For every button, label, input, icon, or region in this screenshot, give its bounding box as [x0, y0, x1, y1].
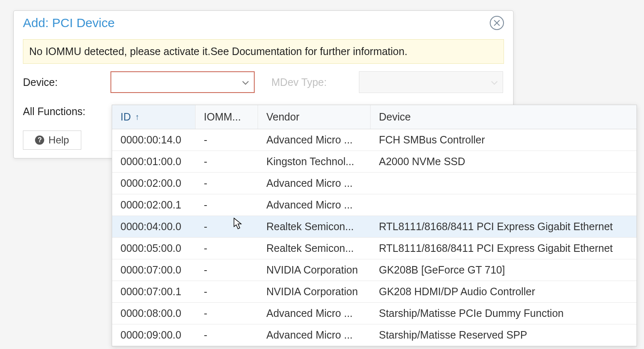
close-button[interactable] — [490, 16, 504, 30]
device-option[interactable]: 0000:07:00.0-NVIDIA CorporationGK208B [G… — [112, 259, 636, 281]
mdev-type-label: MDev Type: — [271, 76, 359, 88]
cell-device — [371, 201, 636, 210]
cell-vendor: Advanced Micro ... — [258, 303, 371, 324]
cell-id: 0000:04:00.0 — [112, 216, 195, 237]
cell-device: A2000 NVMe SSD — [371, 151, 636, 172]
device-option[interactable]: 0000:07:00.1-NVIDIA CorporationGK208 HDM… — [112, 281, 636, 303]
cell-iommu: - — [195, 194, 258, 216]
cell-iommu: - — [195, 216, 258, 237]
device-option[interactable]: 0000:02:00.1-Advanced Micro ... — [112, 194, 636, 216]
cell-id: 0000:08:00.0 — [112, 303, 195, 324]
device-label: Device: — [23, 76, 110, 88]
mdev-group: MDev Type: — [271, 71, 503, 93]
column-header-device[interactable]: Device — [371, 105, 636, 129]
device-option[interactable]: 0000:08:00.0-Advanced Micro ...Starship/… — [112, 303, 636, 324]
cell-id: 0000:07:00.1 — [112, 281, 195, 302]
cell-device: Starship/Matisse PCIe Dummy Function — [371, 303, 636, 324]
cell-vendor: Advanced Micro ... — [258, 194, 371, 216]
dialog-title: Add: PCI Device — [23, 16, 115, 30]
iommu-warning: No IOMMU detected, please activate it.Se… — [23, 39, 504, 64]
column-header-id[interactable]: ID ↑ — [112, 105, 195, 129]
device-combo[interactable] — [110, 71, 255, 93]
cell-vendor: Advanced Micro ... — [258, 173, 371, 194]
device-dropdown[interactable]: ID ↑ IOMM... Vendor Device 0000:00:14.0-… — [112, 105, 637, 346]
cell-vendor: Realtek Semicon... — [258, 238, 371, 259]
cell-id: 0000:05:00.0 — [112, 238, 195, 259]
cell-vendor: Advanced Micro ... — [258, 129, 371, 151]
cell-device — [371, 179, 636, 188]
column-header-vendor[interactable]: Vendor — [258, 105, 371, 129]
cell-iommu: - — [195, 173, 258, 194]
device-option[interactable]: 0000:09:00.0-Advanced Micro ...Starship/… — [112, 324, 636, 346]
cell-device: GK208 HDMI/DP Audio Controller — [371, 281, 636, 302]
close-icon — [494, 20, 500, 26]
device-option[interactable]: 0000:01:00.0-Kingston Technol...A2000 NV… — [112, 151, 636, 173]
cell-vendor: Advanced Micro ... — [258, 324, 371, 346]
cell-iommu: - — [195, 151, 258, 172]
cell-vendor: Kingston Technol... — [258, 151, 371, 172]
cell-iommu: - — [195, 303, 258, 324]
device-option[interactable]: 0000:02:00.0-Advanced Micro ... — [112, 173, 636, 194]
device-option[interactable]: 0000:04:00.0-Realtek Semicon...RTL8111/8… — [112, 216, 636, 238]
dropdown-header: ID ↑ IOMM... Vendor Device — [112, 105, 636, 129]
cell-iommu: - — [195, 238, 258, 259]
dialog-header: Add: PCI Device — [14, 11, 513, 39]
cell-iommu: - — [195, 259, 258, 281]
cell-device: RTL8111/8168/8411 PCI Express Gigabit Et… — [371, 238, 636, 259]
device-option[interactable]: 0000:00:14.0-Advanced Micro ...FCH SMBus… — [112, 129, 636, 151]
dropdown-body: 0000:00:14.0-Advanced Micro ...FCH SMBus… — [112, 129, 636, 346]
cell-id: 0000:00:14.0 — [112, 129, 195, 151]
cell-id: 0000:02:00.1 — [112, 194, 195, 216]
device-row: Device: MDev Type: — [23, 71, 504, 93]
column-header-iommu[interactable]: IOMM... — [195, 105, 258, 129]
cell-iommu: - — [195, 129, 258, 151]
cell-device: GK208B [GeForce GT 710] — [371, 259, 636, 281]
help-icon: ? — [35, 136, 44, 145]
cell-id: 0000:09:00.0 — [112, 324, 195, 346]
help-button[interactable]: ? Help — [23, 131, 81, 150]
cell-id: 0000:02:00.0 — [112, 173, 195, 194]
sort-ascending-icon: ↑ — [135, 112, 139, 122]
cell-vendor: NVIDIA Corporation — [258, 259, 371, 281]
all-functions-label: All Functions: — [23, 105, 110, 118]
cell-vendor: NVIDIA Corporation — [258, 281, 371, 302]
chevron-down-icon — [491, 77, 498, 88]
cell-vendor: Realtek Semicon... — [258, 216, 371, 237]
cell-device: RTL8111/8168/8411 PCI Express Gigabit Et… — [371, 216, 636, 237]
help-label: Help — [48, 134, 69, 146]
cell-iommu: - — [195, 324, 258, 346]
device-option[interactable]: 0000:05:00.0-Realtek Semicon...RTL8111/8… — [112, 238, 636, 259]
chevron-down-icon — [242, 77, 249, 88]
cell-device: Starship/Matisse Reserved SPP — [371, 324, 636, 346]
cell-id: 0000:01:00.0 — [112, 151, 195, 172]
cell-id: 0000:07:00.0 — [112, 259, 195, 281]
mdev-type-combo — [359, 71, 503, 93]
cell-device: FCH SMBus Controller — [371, 129, 636, 151]
cell-iommu: - — [195, 281, 258, 302]
